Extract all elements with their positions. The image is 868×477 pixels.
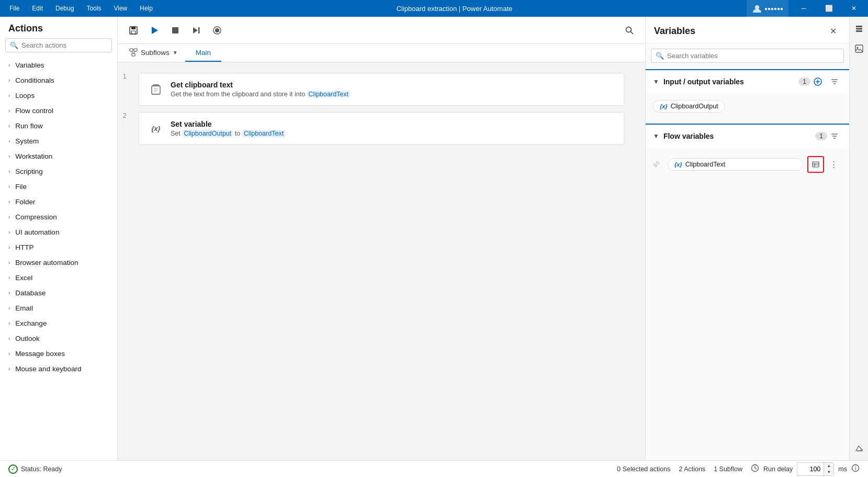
sidebar-item-ui-automation[interactable]: › UI automation [0, 225, 117, 240]
filter-variables-button[interactable] [827, 74, 842, 89]
input-output-variables-section: ▼ Input / output variables 1 {x} Clipboa… [646, 69, 849, 119]
sidebar-item-compression[interactable]: › Compression [0, 209, 117, 225]
input-output-section-header[interactable]: ▼ Input / output variables 1 [646, 69, 849, 93]
search-variables-input[interactable] [667, 52, 839, 60]
menu-view[interactable]: View [108, 3, 132, 14]
action-number-2: 2 [123, 112, 127, 119]
flow-search-button[interactable] [620, 21, 639, 40]
sidebar-item-system[interactable]: › System [0, 134, 117, 149]
sidebar-item-http[interactable]: › HTTP [0, 240, 117, 255]
sidebar-item-label: HTTP [15, 243, 33, 251]
next-button[interactable] [187, 21, 206, 40]
variables-panel: Variables ✕ 🔍 ▼ Input / output variables… [645, 17, 849, 460]
run-button[interactable] [145, 21, 164, 40]
sidebar-item-conditionals[interactable]: › Conditionals [0, 73, 117, 88]
clipboard-text-chip[interactable]: {x} ClipboardText [668, 158, 803, 171]
search-actions-input[interactable] [21, 41, 109, 49]
sidebar-item-label: Database [15, 289, 46, 297]
record-button[interactable] [208, 21, 227, 40]
sidebar-item-scripting[interactable]: › Scripting [0, 164, 117, 179]
delay-unit: ms [838, 465, 847, 473]
sidebar-item-file[interactable]: › File [0, 179, 117, 194]
maximize-button[interactable]: ⬜ [817, 0, 841, 17]
variables-search-box[interactable]: 🔍 [651, 49, 844, 63]
total-actions-count: 2 Actions [679, 465, 705, 473]
delay-increment-button[interactable]: ▲ [824, 463, 833, 469]
menu-file[interactable]: File [4, 3, 25, 14]
sidebar-item-outlook[interactable]: › Outlook [0, 331, 117, 346]
actions-search-box[interactable]: 🔍 [5, 38, 112, 52]
sidebar-item-flow-control[interactable]: › Flow control [0, 103, 117, 118]
chevron-icon: › [8, 290, 10, 296]
run-delay-label: Run delay [763, 465, 793, 473]
more-options-button[interactable]: ⋮ [825, 156, 842, 173]
sidebar-item-email[interactable]: › Email [0, 301, 117, 316]
add-variable-button[interactable] [810, 74, 825, 89]
flow-action-card-2[interactable]: {x} Set variable Set ClipboardOutput to … [139, 112, 624, 145]
tab-subflows[interactable]: Subflows ▼ [122, 44, 185, 62]
svg-marker-6 [193, 27, 198, 34]
svg-rect-14 [132, 53, 135, 56]
svg-rect-31 [813, 162, 819, 167]
chevron-icon: › [8, 108, 10, 114]
sidebar-item-workstation[interactable]: › Workstation [0, 149, 117, 164]
far-right-panel [849, 17, 868, 460]
filter-flow-variables-button[interactable] [827, 129, 842, 143]
flow-action-card-1[interactable]: Get clipboard text Get the text from the… [139, 73, 624, 106]
variable-type-icon: {x} [660, 103, 668, 109]
sidebar-item-folder[interactable]: › Folder [0, 194, 117, 209]
clipboard-icon [148, 81, 164, 98]
variable-text-link[interactable]: ClipboardText [242, 130, 285, 137]
menu-edit[interactable]: Edit [27, 3, 48, 14]
run-delay-input[interactable] [797, 464, 824, 474]
svg-point-10 [626, 27, 632, 32]
menu-help[interactable]: Help [134, 3, 158, 14]
sidebar-item-browser-automation[interactable]: › Browser automation [0, 255, 117, 270]
chevron-icon: › [8, 184, 10, 190]
svg-rect-12 [130, 49, 133, 51]
input-output-count-badge: 1 [798, 77, 810, 86]
action-number-1: 1 [123, 73, 127, 80]
actions-list: › Variables › Conditionals › Loops › Flo… [0, 58, 117, 460]
sidebar-item-exchange[interactable]: › Exchange [0, 316, 117, 331]
variable-icon: {x} [148, 120, 164, 137]
menu-tools[interactable]: Tools [81, 3, 106, 14]
sidebar-item-run-flow[interactable]: › Run flow [0, 118, 117, 134]
sidebar-item-variables[interactable]: › Variables [0, 58, 117, 73]
chevron-icon: › [8, 229, 10, 235]
user-avatar[interactable]: ●●●●●● [747, 0, 788, 17]
actions-panel: Actions 🔍 › Variables › Conditionals › L… [0, 17, 118, 460]
flow-canvas[interactable]: 1 Get clipboard text Get the text from t… [118, 62, 645, 460]
svg-point-0 [755, 5, 759, 9]
stop-button[interactable] [166, 21, 185, 40]
clipboard-output-chip[interactable]: {x} ClipboardOutput [653, 100, 725, 113]
delay-input-wrap[interactable]: ▲ ▼ [797, 462, 834, 476]
image-button[interactable] [851, 41, 867, 57]
sidebar-item-message-boxes[interactable]: › Message boxes [0, 346, 117, 361]
close-button[interactable]: ✕ [842, 0, 866, 17]
pin-icon[interactable] [653, 160, 663, 169]
variable-output-link[interactable]: ClipboardOutput [182, 130, 233, 137]
delay-decrement-button[interactable]: ▼ [824, 469, 833, 475]
svg-line-43 [755, 468, 757, 469]
view-variable-button[interactable] [807, 156, 824, 173]
variable-clipboard-text-link[interactable]: ClipboardText [307, 91, 350, 98]
chevron-icon: › [8, 351, 10, 357]
sidebar-item-excel[interactable]: › Excel [0, 270, 117, 285]
minimize-button[interactable]: ─ [792, 0, 816, 17]
chevron-icon: › [8, 366, 10, 372]
sidebar-item-database[interactable]: › Database [0, 285, 117, 301]
sidebar-item-mouse-keyboard[interactable]: › Mouse and keyboard [0, 361, 117, 376]
save-button[interactable] [124, 21, 143, 40]
sidebar-item-label: Variables [15, 61, 44, 69]
eraser-button[interactable] [851, 440, 867, 456]
layers-button[interactable] [851, 21, 867, 37]
sidebar-item-loops[interactable]: › Loops [0, 88, 117, 103]
info-icon[interactable]: i [851, 464, 860, 474]
variables-close-button[interactable]: ✕ [825, 23, 841, 39]
chevron-icon: › [8, 275, 10, 281]
sidebar-item-label: Outlook [15, 335, 40, 342]
flow-variables-section-header[interactable]: ▼ Flow variables 1 [646, 124, 849, 148]
menu-debug[interactable]: Debug [50, 3, 79, 14]
tab-main[interactable]: Main [185, 45, 221, 62]
